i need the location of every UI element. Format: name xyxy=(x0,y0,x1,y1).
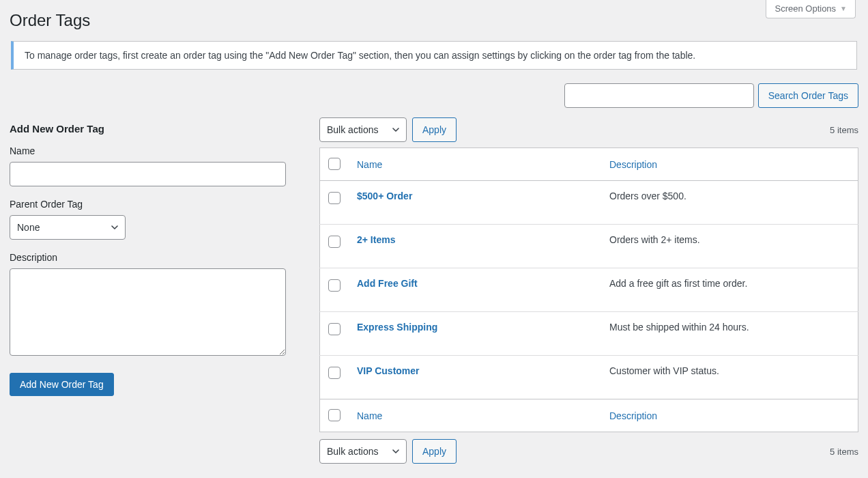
screen-options-label: Screen Options xyxy=(775,3,836,14)
row-description: Customer with VIP status. xyxy=(601,356,858,399)
page-title: Order Tags xyxy=(10,11,858,30)
description-label: Description xyxy=(10,252,295,263)
row-description: Orders with 2+ items. xyxy=(601,225,858,268)
row-checkbox[interactable] xyxy=(328,323,341,335)
caret-down-icon: ▼ xyxy=(840,5,847,12)
info-notice: To manage order tags, first create an or… xyxy=(11,41,857,70)
parent-select[interactable]: None xyxy=(10,215,126,240)
row-title[interactable]: $500+ Order xyxy=(357,191,412,201)
row-title[interactable]: 2+ Items xyxy=(357,234,395,245)
bulk-actions-select-bottom[interactable]: Bulk actions xyxy=(319,439,407,464)
search-button[interactable]: Search Order Tags xyxy=(758,83,858,108)
row-description: Orders over $500. xyxy=(601,181,858,225)
name-input[interactable] xyxy=(10,162,286,186)
row-checkbox[interactable] xyxy=(328,192,341,204)
column-header-name[interactable]: Name xyxy=(357,159,382,170)
row-description: Must be shipped within 24 hours. xyxy=(601,312,858,356)
bulk-actions-select-top[interactable]: Bulk actions xyxy=(319,117,407,142)
form-heading: Add New Order Tag xyxy=(10,123,295,135)
column-header-description[interactable]: Description xyxy=(609,159,657,170)
search-input[interactable] xyxy=(564,83,754,108)
table-row: $500+ Order Orders over $500. xyxy=(320,181,858,225)
row-title[interactable]: VIP Customer xyxy=(357,365,420,376)
name-label: Name xyxy=(10,145,295,156)
row-description: Add a free gift as first time order. xyxy=(601,268,858,312)
order-tags-table: Name Description $500+ Order Orders over… xyxy=(319,147,858,432)
row-title[interactable]: Express Shipping xyxy=(357,322,437,333)
select-all-checkbox-bottom[interactable] xyxy=(328,409,341,421)
apply-button-top[interactable]: Apply xyxy=(412,117,457,142)
row-checkbox[interactable] xyxy=(328,236,341,248)
description-textarea[interactable] xyxy=(10,268,286,356)
add-new-order-tag-button[interactable]: Add New Order Tag xyxy=(10,373,114,396)
screen-options-button[interactable]: Screen Options ▼ xyxy=(766,0,856,18)
table-row: Add Free Gift Add a free gift as first t… xyxy=(320,268,858,312)
row-checkbox[interactable] xyxy=(328,279,341,292)
apply-button-bottom[interactable]: Apply xyxy=(412,439,457,464)
notice-text: To manage order tags, first create an or… xyxy=(25,50,695,61)
table-row: Express Shipping Must be shipped within … xyxy=(320,312,858,356)
table-row: VIP Customer Customer with VIP status. xyxy=(320,356,858,399)
row-checkbox[interactable] xyxy=(328,367,341,379)
column-footer-description[interactable]: Description xyxy=(609,410,657,421)
parent-label: Parent Order Tag xyxy=(10,199,295,210)
select-all-checkbox-top[interactable] xyxy=(328,158,341,170)
column-footer-name[interactable]: Name xyxy=(357,410,382,421)
row-title[interactable]: Add Free Gift xyxy=(357,278,418,289)
items-count-top: 5 items xyxy=(830,125,858,135)
items-count-bottom: 5 items xyxy=(830,447,858,457)
table-row: 2+ Items Orders with 2+ items. xyxy=(320,225,858,268)
